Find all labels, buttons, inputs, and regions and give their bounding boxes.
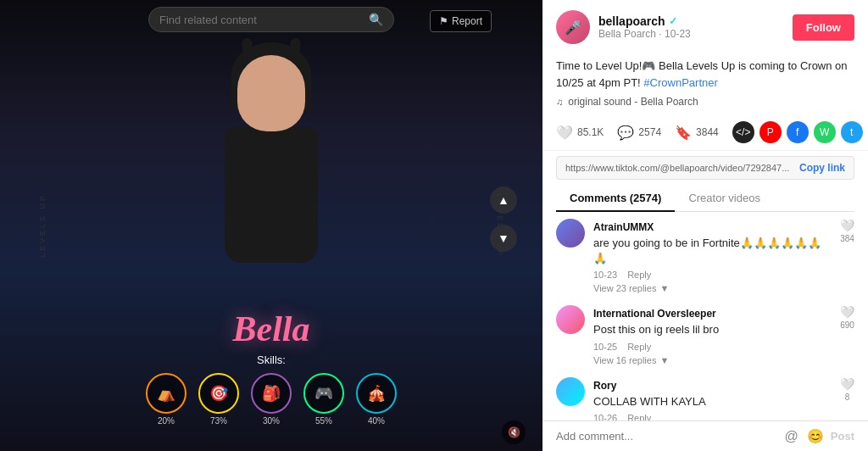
post-hashtag[interactable]: #CrownPartner <box>643 76 717 89</box>
copy-link-button[interactable]: Copy link <box>799 162 845 174</box>
profile-header: 🎤 bellapoarch ✓ Bella Poarch · 10-23 Fol… <box>542 0 868 54</box>
comment-count: 2574 <box>638 126 661 138</box>
copy-link-bar: https://www.tiktok.com/@bellapoarch/vide… <box>556 156 854 180</box>
comment-reply-btn-2[interactable]: Reply <box>627 342 651 352</box>
nav-down-button[interactable]: ▼ <box>490 225 517 252</box>
volume-button[interactable]: 🔇 <box>502 420 526 444</box>
bookmark-icon: 🔖 <box>675 125 692 141</box>
like-action[interactable]: 🤍 85.1K <box>556 125 604 141</box>
profile-info: bellapoarch ✓ Bella Poarch · 10-23 <box>598 14 784 40</box>
search-bar[interactable]: 🔍 <box>148 7 394 32</box>
skill-circle-1: ⛺ <box>146 373 186 414</box>
comment-avatar-2 <box>556 305 585 334</box>
comment-input[interactable] <box>556 430 778 443</box>
right-panel: 🎤 bellapoarch ✓ Bella Poarch · 10-23 Fol… <box>542 0 868 451</box>
report-button[interactable]: ⚑ Report <box>430 10 492 32</box>
skill-circle-5: 🎪 <box>356 373 397 414</box>
share-facebook-icon[interactable]: f <box>787 121 809 143</box>
comment-icon: 💬 <box>617 125 634 141</box>
skill-circle-3: 🎒 <box>251 373 292 414</box>
flag-icon: ⚑ <box>439 15 448 27</box>
skill-pct-4: 55% <box>315 416 332 426</box>
share-icons: </> P f W t ➤ <box>732 121 868 143</box>
comment-date-3: 10-26 <box>593 413 617 420</box>
comment-input-bar: @ 😊 Post <box>542 420 868 451</box>
comment-item-3: Rory COLLAB WITH KAYLA 10-26 Reply View … <box>556 377 854 420</box>
skill-item-5: 🎪 40% <box>356 373 397 426</box>
comment-username-3: Rory <box>593 380 616 392</box>
share-code-icon[interactable]: </> <box>732 121 754 143</box>
comment-body-1: AtrainUMMX are you going to be in Fortni… <box>593 219 832 293</box>
comment-date-1: 10-23 <box>593 270 617 280</box>
comment-body-2: International Oversleeper Post this on i… <box>593 305 832 365</box>
view-replies-2[interactable]: View 16 replies ▼ <box>593 355 832 365</box>
skill-pct-2: 73% <box>210 416 227 426</box>
post-comment-button[interactable]: Post <box>831 430 854 443</box>
bookmark-count: 3844 <box>696 126 719 138</box>
comments-section: AtrainUMMX are you going to be in Fortni… <box>542 212 868 420</box>
tabs-bar: Comments (2574) Creator videos <box>556 185 854 212</box>
follow-button[interactable]: Follow <box>793 14 854 41</box>
comment-meta-1: 10-23 Reply <box>593 270 832 280</box>
profile-handle: Bella Poarch · 10-23 <box>598 28 784 40</box>
verified-badge: ✓ <box>669 15 677 27</box>
skills-row: ⛺ 20% 🎯 73% 🎒 30% 🎮 55% 🎪 40% <box>146 373 397 426</box>
comment-username-2: International Oversleeper <box>593 308 716 320</box>
comment-meta-2: 10-25 Reply <box>593 342 832 352</box>
comment-text-3: COLLAB WITH KAYLA <box>593 394 832 409</box>
comment-item-1: AtrainUMMX are you going to be in Fortni… <box>556 219 854 293</box>
profile-name: bellapoarch ✓ <box>598 14 784 28</box>
skill-item-1: ⛺ 20% <box>146 373 186 426</box>
character-figure <box>178 34 364 322</box>
comment-like-count-1: 384 <box>840 234 854 243</box>
share-twitter-icon[interactable]: t <box>841 121 863 143</box>
post-content: Time to Level Up!🎮 Bella Levels Up is co… <box>542 54 868 114</box>
character-torso <box>225 127 318 263</box>
comment-avatar-3 <box>556 377 585 406</box>
character-body <box>178 34 364 322</box>
copy-link-url: https://www.tiktok.com/@bellapoarch/vide… <box>565 163 793 173</box>
emoji-icon[interactable]: 😊 <box>807 428 824 444</box>
comment-avatar-1 <box>556 219 585 248</box>
search-icon: 🔍 <box>369 13 383 26</box>
music-note-icon: ♫ <box>556 97 563 107</box>
share-pinterest-icon[interactable]: P <box>760 121 782 143</box>
skill-circle-2: 🎯 <box>198 373 239 414</box>
share-whatsapp-icon[interactable]: W <box>814 121 836 143</box>
comment-heart-3[interactable]: 🤍 <box>840 377 854 391</box>
skill-item-4: 🎮 55% <box>303 373 344 426</box>
skill-item-2: 🎯 73% <box>198 373 239 426</box>
comment-item-2: International Oversleeper Post this on i… <box>556 305 854 365</box>
comment-heart-1[interactable]: 🤍 <box>840 219 854 232</box>
bookmark-action[interactable]: 🔖 3844 <box>675 125 719 141</box>
skill-pct-3: 30% <box>263 416 280 426</box>
comment-reply-btn-1[interactable]: Reply <box>627 270 651 280</box>
skill-pct-1: 20% <box>158 416 175 426</box>
input-icons: @ 😊 <box>785 428 824 444</box>
comment-reply-btn-3[interactable]: Reply <box>627 413 651 420</box>
comment-like-1: 🤍 384 <box>840 219 854 293</box>
avatar: 🎤 <box>556 10 590 44</box>
sound-info: ♫ original sound - Bella Poarch <box>556 96 854 108</box>
at-icon[interactable]: @ <box>785 429 798 444</box>
bella-title: Bella <box>233 309 310 349</box>
search-input[interactable] <box>159 14 369 26</box>
view-replies-1[interactable]: View 23 replies ▼ <box>593 283 832 293</box>
comment-like-2: 🤍 690 <box>840 305 854 365</box>
comment-username-1: AtrainUMMX <box>593 221 654 233</box>
character-head <box>237 55 305 131</box>
skill-item-3: 🎒 30% <box>251 373 292 426</box>
comment-like-3: 🤍 8 <box>840 377 854 420</box>
comment-like-count-3: 8 <box>845 393 850 402</box>
comment-text-1: are you going to be in Fortnite🙏🙏🙏🙏🙏🙏🙏 <box>593 236 832 266</box>
comment-like-count-2: 690 <box>840 320 854 330</box>
skills-label: Skills: <box>257 354 286 366</box>
like-count: 85.1K <box>577 126 604 138</box>
tab-comments[interactable]: Comments (2574) <box>556 185 675 211</box>
comment-action[interactable]: 💬 2574 <box>617 125 661 141</box>
comment-heart-2[interactable]: 🤍 <box>840 305 854 319</box>
nav-up-button[interactable]: ▲ <box>490 187 517 214</box>
video-panel: 🔍 ⚑ Report LEVELS UP LEVELS UP Bella <box>0 0 542 451</box>
video-container: LEVELS UP LEVELS UP Bella Skills: ⛺ <box>0 0 542 451</box>
tab-creator-videos[interactable]: Creator videos <box>675 185 774 211</box>
